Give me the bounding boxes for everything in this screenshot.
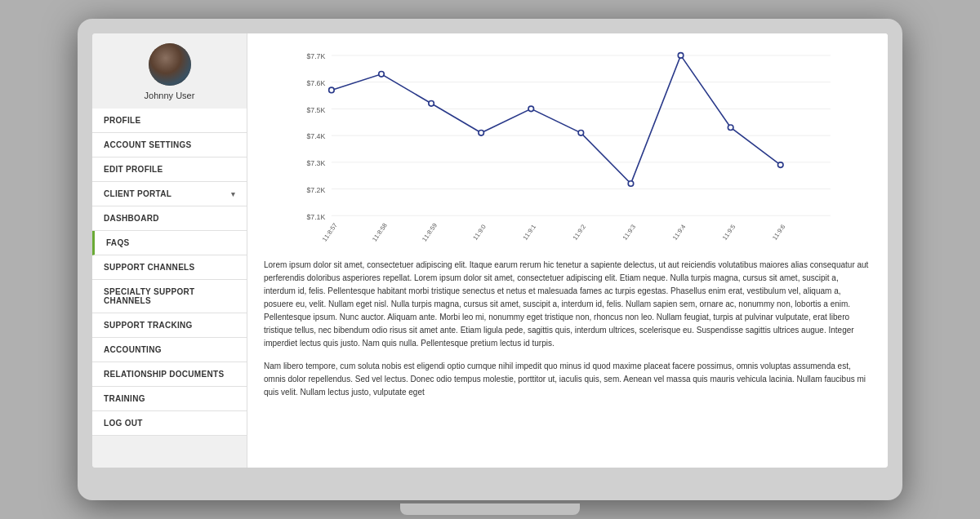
avatar — [149, 43, 191, 86]
sidebar-item-label-relationship-documents: RELATIONSHIP DOCUMENTS — [104, 370, 224, 379]
sidebar-item-faqs[interactable]: FAQS — [92, 231, 247, 255]
chart-container: $7.7K $7.6K $7.5K $7.4K $7.3K $7.2K $7.1… — [247, 33, 888, 251]
laptop-frame: Johnny User PROFILEACCOUNT SETTINGSEDIT … — [78, 19, 902, 500]
svg-text:11:9:2: 11:9:2 — [572, 223, 588, 242]
svg-point-23 — [777, 162, 783, 168]
sidebar-item-training[interactable]: TRAINING — [92, 387, 247, 411]
svg-point-19 — [578, 131, 584, 136]
svg-text:11:8:57: 11:8:57 — [321, 222, 339, 242]
sidebar-item-profile[interactable]: PROFILE — [92, 109, 247, 133]
avatar-image — [149, 43, 191, 86]
text-content: Lorem ipsum dolor sit amet, consectetuer… — [247, 251, 888, 422]
sidebar-item-account-settings[interactable]: ACCOUNT SETTINGS — [92, 133, 247, 157]
sidebar-item-support-tracking[interactable]: SUPPORT TRACKING — [92, 313, 247, 338]
svg-text:$7.5K: $7.5K — [306, 106, 325, 114]
svg-text:$7.4K: $7.4K — [306, 132, 325, 140]
svg-point-16 — [429, 101, 434, 107]
svg-point-20 — [628, 181, 634, 187]
sidebar-item-specialty-support-channels[interactable]: SPECIALTY SUPPORT CHANNELS — [92, 280, 247, 313]
sidebar-item-label-faqs: FAQS — [106, 238, 129, 247]
sidebar-item-log-out[interactable]: LOG OUT — [92, 411, 247, 436]
svg-text:11:8:59: 11:8:59 — [421, 222, 439, 242]
sidebar-item-edit-profile[interactable]: EDIT PROFILE — [92, 157, 247, 182]
sidebar-item-label-specialty-support-channels: SPECIALTY SUPPORT CHANNELS — [104, 287, 235, 305]
line-chart: $7.7K $7.6K $7.5K $7.4K $7.3K $7.2K $7.1… — [264, 47, 871, 242]
sidebar: Johnny User PROFILEACCOUNT SETTINGSEDIT … — [92, 33, 247, 468]
svg-text:11:9:0: 11:9:0 — [471, 223, 488, 242]
svg-point-14 — [329, 87, 335, 93]
svg-text:$7.1K: $7.1K — [306, 213, 325, 221]
svg-text:11:9:6: 11:9:6 — [771, 223, 787, 242]
sidebar-item-accounting[interactable]: ACCOUNTING — [92, 338, 247, 362]
sidebar-item-relationship-documents[interactable]: RELATIONSHIP DOCUMENTS — [92, 362, 247, 387]
sidebar-item-client-portal[interactable]: CLIENT PORTAL▾ — [92, 182, 247, 206]
svg-text:11:9:1: 11:9:1 — [521, 223, 537, 242]
svg-point-18 — [528, 106, 534, 112]
sidebar-item-dashboard[interactable]: DASHBOARD — [92, 206, 247, 231]
sidebar-item-support-channels[interactable]: SUPPORT CHANNELS — [92, 255, 247, 280]
svg-point-15 — [379, 72, 385, 78]
paragraph-2: Nam libero tempore, cum soluta nobis est… — [264, 360, 871, 399]
svg-point-21 — [678, 53, 684, 59]
sidebar-item-label-training: TRAINING — [104, 394, 145, 403]
main-content: $7.7K $7.6K $7.5K $7.4K $7.3K $7.2K $7.1… — [247, 33, 888, 468]
svg-text:$7.3K: $7.3K — [306, 159, 325, 167]
screen: Johnny User PROFILEACCOUNT SETTINGSEDIT … — [92, 33, 888, 468]
sidebar-item-label-edit-profile: EDIT PROFILE — [104, 165, 163, 174]
svg-text:11:9:5: 11:9:5 — [721, 223, 737, 242]
svg-text:$7.2K: $7.2K — [306, 186, 325, 194]
sidebar-item-label-support-tracking: SUPPORT TRACKING — [104, 321, 193, 330]
username: Johnny User — [145, 91, 195, 100]
svg-text:11:9:3: 11:9:3 — [621, 223, 638, 242]
sidebar-item-label-accounting: ACCOUNTING — [104, 345, 162, 354]
sidebar-item-label-log-out: LOG OUT — [104, 419, 143, 428]
svg-point-17 — [479, 131, 484, 136]
sidebar-item-label-profile: PROFILE — [104, 116, 140, 125]
svg-text:$7.7K: $7.7K — [306, 52, 325, 60]
svg-text:11:8:58: 11:8:58 — [371, 222, 389, 242]
sidebar-item-label-support-channels: SUPPORT CHANNELS — [104, 263, 194, 272]
svg-point-22 — [728, 125, 733, 131]
svg-text:$7.6K: $7.6K — [306, 79, 325, 87]
chevron-down-icon: ▾ — [231, 190, 235, 198]
sidebar-item-label-account-settings: ACCOUNT SETTINGS — [104, 140, 192, 149]
laptop-base — [400, 503, 580, 515]
chart-area: $7.7K $7.6K $7.5K $7.4K $7.3K $7.2K $7.1… — [264, 47, 871, 242]
sidebar-item-label-dashboard: DASHBOARD — [104, 214, 159, 223]
paragraph-1: Lorem ipsum dolor sit amet, consectetuer… — [264, 259, 871, 350]
svg-text:11:9:4: 11:9:4 — [671, 223, 688, 242]
sidebar-item-label-client-portal: CLIENT PORTAL — [104, 189, 172, 198]
